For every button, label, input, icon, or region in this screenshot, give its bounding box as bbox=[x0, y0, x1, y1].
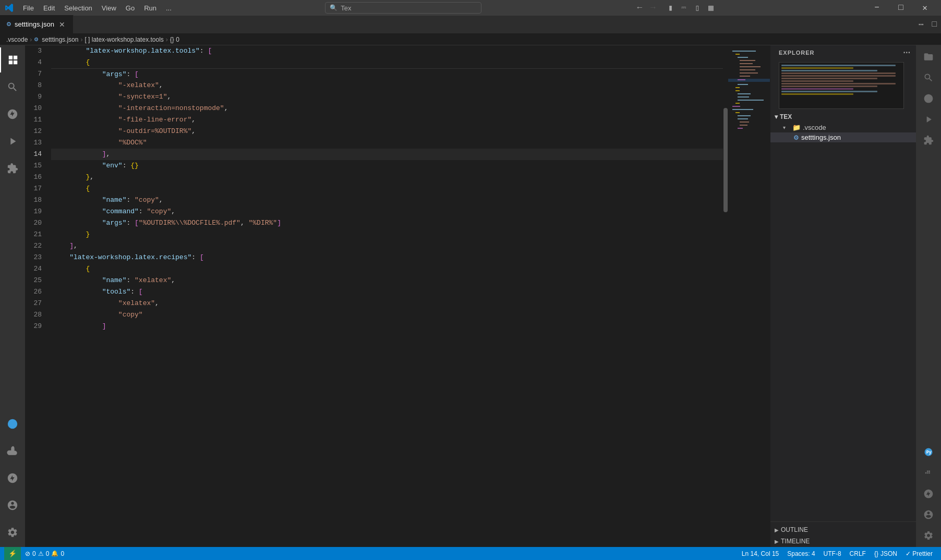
menu-go[interactable]: Go bbox=[122, 3, 139, 13]
code-editor[interactable]: 3 4 7 8 9 10 11 12 13 14 15 16 17 18 19 … bbox=[25, 45, 728, 547]
breadcrumb-vscode[interactable]: .vscode bbox=[6, 36, 28, 43]
line-num-15: 15 bbox=[25, 160, 46, 172]
minimize-button[interactable]: − bbox=[865, 0, 889, 16]
code-line-13: "%DOC%" bbox=[51, 137, 723, 149]
tree-item-settings[interactable]: ⚙ setttings.json bbox=[770, 132, 916, 142]
tab-more-button[interactable]: ⋯ bbox=[914, 15, 928, 33]
activity-python[interactable] bbox=[0, 411, 25, 436]
customize-layout-button[interactable]: ▦ bbox=[706, 3, 716, 13]
activity-settings[interactable] bbox=[0, 520, 25, 545]
outline-arrow: ▶ bbox=[775, 527, 779, 533]
scrollbar-thumb[interactable] bbox=[723, 108, 728, 212]
preview-line-12 bbox=[781, 93, 853, 95]
line-num-4: 4 bbox=[25, 57, 46, 68]
code-line-26: "tools": [ bbox=[51, 286, 723, 298]
svg-rect-7 bbox=[740, 69, 755, 70]
line-num-20: 20 bbox=[25, 217, 46, 229]
right-icon-run[interactable] bbox=[919, 110, 938, 129]
activity-extensions[interactable] bbox=[0, 156, 25, 181]
statusbar-errors[interactable]: ⊘ 0 ⚠ 0 🔔 0 bbox=[21, 547, 68, 560]
activity-git[interactable] bbox=[0, 102, 25, 127]
code-line-19: "command": "copy", bbox=[51, 206, 723, 217]
line-num-10: 10 bbox=[25, 103, 46, 114]
code-line-3: "latex-workshop.latex.tools": [ bbox=[51, 45, 723, 57]
nav-forward-button[interactable]: → bbox=[648, 3, 658, 13]
svg-rect-12 bbox=[738, 84, 748, 85]
warning-count: 0 bbox=[46, 550, 50, 557]
line-num-14: 14 bbox=[25, 149, 46, 160]
activity-remote[interactable] bbox=[0, 466, 25, 491]
toggle-primary-sidebar-button[interactable]: ▮ bbox=[666, 3, 675, 13]
menu-selection[interactable]: Selection bbox=[60, 3, 96, 13]
right-icon-source-control[interactable] bbox=[919, 89, 938, 108]
titlebar: File Edit Selection View Go Run ... 🔍 Te… bbox=[0, 0, 941, 16]
svg-rect-6 bbox=[740, 66, 761, 67]
code-line-21: } bbox=[51, 229, 723, 240]
tex-section-arrow: ▾ bbox=[775, 113, 778, 120]
statusbar-prettier[interactable]: ✓ Prettier bbox=[901, 547, 937, 560]
svg-rect-11 bbox=[738, 79, 745, 80]
breadcrumb-filename[interactable]: setttings.json bbox=[42, 36, 78, 43]
menu-more[interactable]: ... bbox=[162, 3, 176, 13]
code-line-12: "-outdir=%OUTDIR%", bbox=[51, 126, 723, 137]
explorer-more-button[interactable]: ⋯ bbox=[901, 47, 912, 58]
tab-file-icon: ⚙ bbox=[6, 21, 11, 28]
code-line-10: "-interaction=nonstopmode", bbox=[51, 103, 723, 114]
split-editor-button[interactable]: □ bbox=[927, 15, 941, 33]
activity-run[interactable] bbox=[0, 129, 25, 154]
right-icon-python[interactable]: Py bbox=[919, 443, 938, 461]
editor-scrollbar[interactable] bbox=[723, 45, 728, 547]
line-num-23: 23 bbox=[25, 252, 46, 263]
statusbar-spaces[interactable]: Spaces: 4 bbox=[783, 547, 819, 560]
code-line-7: "args": [ bbox=[51, 68, 723, 80]
notification-count: 0 bbox=[61, 550, 64, 557]
menu-view[interactable]: View bbox=[98, 3, 120, 13]
menu-edit[interactable]: Edit bbox=[39, 3, 59, 13]
svg-rect-10 bbox=[728, 79, 770, 82]
tex-section-header[interactable]: ▾ TEX bbox=[770, 111, 916, 123]
activity-docker[interactable] bbox=[0, 439, 25, 464]
breadcrumb-sep-1: › bbox=[30, 36, 32, 43]
search-icon: 🔍 bbox=[330, 4, 337, 11]
search-bar[interactable]: 🔍 Tex bbox=[325, 2, 481, 14]
svg-rect-3 bbox=[738, 57, 748, 58]
statusbar-encoding[interactable]: UTF-8 bbox=[819, 547, 846, 560]
code-lines[interactable]: "latex-workshop.latex.tools": [ { "args"… bbox=[51, 45, 723, 547]
right-icon-docker[interactable] bbox=[919, 464, 938, 482]
breadcrumb-item[interactable]: {} 0 bbox=[170, 36, 179, 43]
preview-line-8 bbox=[781, 83, 896, 84]
line-num-8: 8 bbox=[25, 80, 46, 91]
statusbar-remote[interactable]: ⚡ bbox=[4, 547, 21, 560]
toggle-panel-button[interactable]: ⎓ bbox=[679, 3, 689, 13]
maximize-button[interactable]: □ bbox=[889, 0, 913, 16]
svg-rect-21 bbox=[735, 112, 740, 113]
tab-close-button[interactable]: ✕ bbox=[57, 20, 67, 29]
line-num-22: 22 bbox=[25, 240, 46, 252]
right-icon-account[interactable] bbox=[919, 505, 938, 524]
toggle-secondary-sidebar-button[interactable]: ▯ bbox=[693, 3, 702, 13]
right-icon-files[interactable] bbox=[919, 47, 938, 66]
statusbar-language[interactable]: {} JSON bbox=[870, 547, 901, 560]
statusbar-line-ending[interactable]: CRLF bbox=[846, 547, 870, 560]
right-icon-search[interactable] bbox=[919, 68, 938, 87]
svg-rect-19 bbox=[732, 106, 740, 107]
divider-outline bbox=[770, 521, 916, 522]
settings-file-icon: ⚙ bbox=[793, 134, 799, 141]
code-line-27: "xelatex", bbox=[51, 298, 723, 309]
statusbar-position[interactable]: Ln 14, Col 15 bbox=[738, 547, 783, 560]
close-button[interactable]: ✕ bbox=[913, 0, 937, 16]
right-icon-settings[interactable] bbox=[919, 526, 938, 545]
activity-account[interactable] bbox=[0, 493, 25, 518]
tab-settings-json[interactable]: ⚙ setttings.json ✕ bbox=[0, 15, 74, 33]
right-icon-remote[interactable] bbox=[919, 484, 938, 503]
breadcrumb-section[interactable]: [ ] latex-workshop.latex.tools bbox=[85, 36, 163, 43]
outline-section-header[interactable]: ▶ OUTLINE bbox=[770, 524, 916, 535]
menu-file[interactable]: File bbox=[19, 3, 38, 13]
right-icon-extensions[interactable] bbox=[919, 131, 938, 150]
tree-item-vscode[interactable]: ▾ 📁 .vscode bbox=[770, 123, 916, 132]
activity-explorer[interactable] bbox=[0, 47, 25, 72]
activity-search[interactable] bbox=[0, 75, 25, 100]
menu-run[interactable]: Run bbox=[140, 3, 161, 13]
timeline-section-header[interactable]: ▶ TIMELINE bbox=[770, 535, 916, 547]
nav-back-button[interactable]: ← bbox=[635, 3, 645, 13]
